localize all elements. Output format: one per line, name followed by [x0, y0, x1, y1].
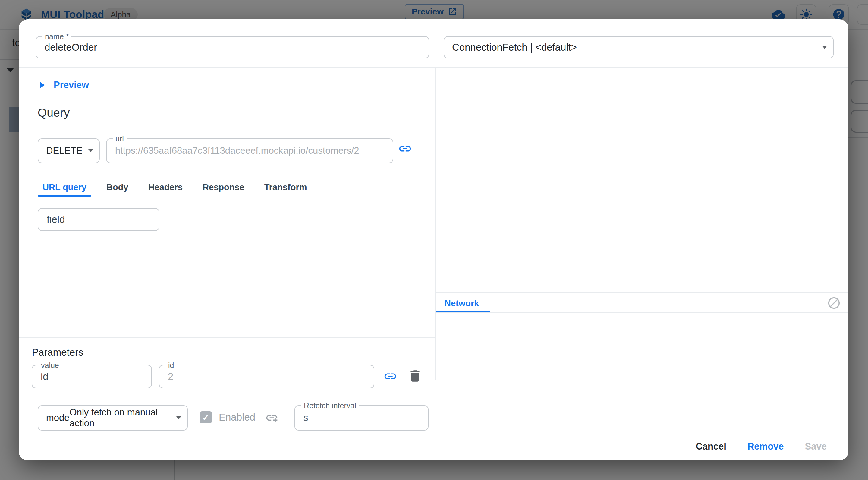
bind-parameter-button[interactable] [383, 369, 397, 383]
preview-expander[interactable]: Preview [37, 80, 89, 90]
query-param-field[interactable] [38, 208, 159, 231]
name-input[interactable] [36, 37, 429, 58]
refetch-interval-field[interactable]: Refetch interval [294, 405, 429, 430]
divider [435, 293, 848, 293]
enabled-checkbox[interactable]: ✓ [200, 411, 212, 423]
tab-headers[interactable]: Headers [144, 179, 187, 197]
fetch-mode-value: Only fetch on manual action [70, 407, 172, 429]
connection-select-value: Fetch | <default> [502, 41, 577, 53]
connection-select[interactable]: Connection Fetch | <default> [444, 36, 834, 59]
bind-url-button[interactable] [398, 142, 412, 156]
split-pane-divider[interactable] [435, 67, 435, 380]
link-icon [383, 369, 397, 383]
divider [38, 197, 424, 197]
tab-url-query[interactable]: URL query [38, 179, 91, 197]
url-field[interactable]: url [106, 139, 393, 163]
clear-network-button[interactable] [827, 296, 841, 310]
save-button[interactable]: Save [798, 439, 833, 454]
dropdown-arrow-icon [176, 416, 181, 419]
query-editor-tabs: URL query Body Headers Response Transfor… [38, 179, 424, 197]
url-input[interactable] [107, 139, 393, 162]
name-field[interactable]: name * [36, 36, 429, 59]
divider [19, 337, 435, 338]
param-value-input[interactable] [32, 365, 151, 388]
block-icon [827, 296, 841, 310]
param-id-input[interactable] [159, 365, 374, 388]
bind-enabled-button[interactable] [265, 411, 278, 424]
query-editor-dialog: name * Connection Fetch | <default> Prev… [19, 19, 848, 460]
play-arrow-icon [37, 80, 47, 90]
fetch-mode-label: mode [46, 413, 70, 423]
connection-select-label: Connection [452, 41, 502, 53]
preview-expander-label: Preview [54, 80, 89, 90]
fetch-mode-select[interactable]: mode Only fetch on manual action [38, 405, 188, 430]
query-section-heading: Query [38, 106, 70, 119]
divider [19, 67, 848, 67]
delete-parameter-button[interactable] [407, 368, 423, 384]
tab-body[interactable]: Body [101, 179, 133, 197]
add-link-icon [265, 411, 278, 424]
http-method-value: DELETE [46, 145, 83, 156]
tab-response[interactable]: Response [198, 179, 249, 197]
query-param-input[interactable] [38, 209, 159, 230]
http-method-select[interactable]: DELETE [38, 139, 100, 163]
dialog-footer: Cancel Remove Save [689, 439, 833, 454]
tab-network[interactable]: Network [444, 296, 479, 311]
tab-transform[interactable]: Transform [259, 179, 312, 197]
cancel-button[interactable]: Cancel [689, 439, 733, 454]
refetch-interval-input[interactable] [295, 406, 428, 430]
dropdown-arrow-icon [822, 46, 827, 49]
trash-icon [407, 368, 423, 384]
param-value-field[interactable]: value [32, 365, 152, 388]
checkmark-icon: ✓ [202, 412, 210, 423]
enabled-checkbox-label: Enabled [219, 411, 255, 423]
remove-button[interactable]: Remove [741, 439, 790, 454]
link-icon [398, 142, 412, 156]
dropdown-arrow-icon [88, 149, 93, 152]
param-id-field[interactable]: id [159, 365, 374, 388]
divider [435, 312, 848, 313]
parameters-heading: Parameters [32, 347, 84, 358]
